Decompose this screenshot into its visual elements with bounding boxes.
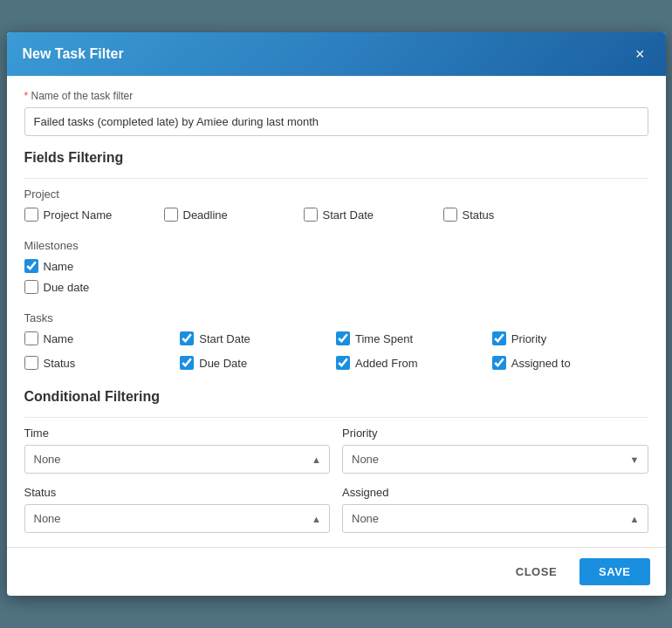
filter-name-input[interactable] xyxy=(24,107,648,136)
milestones-group: Milestones Name Due date xyxy=(24,239,648,299)
deadline-item: Deadline xyxy=(164,208,304,222)
close-button[interactable]: CLOSE xyxy=(502,558,571,585)
deadline-checkbox[interactable] xyxy=(164,208,178,222)
ms-due-label: Due date xyxy=(44,281,90,294)
start-date-item: Start Date xyxy=(304,208,443,222)
modal-title: New Task Filter xyxy=(23,46,124,62)
modal-dialog: New Task Filter × Name of the task filte… xyxy=(7,32,666,596)
status-item-proj: Status xyxy=(443,208,583,222)
status-select-wrapper: None ▲ xyxy=(24,504,331,533)
milestones-checkbox-row-2: Due date xyxy=(24,280,648,299)
t-timespent-checkbox[interactable] xyxy=(336,331,350,345)
t-addedfrom-label: Added From xyxy=(355,357,418,370)
ms-due-item: Due date xyxy=(24,280,164,294)
tasks-group-label: Tasks xyxy=(24,311,648,324)
tasks-group: Tasks Name Start Date Time Spent xyxy=(24,311,648,375)
time-label: Time xyxy=(24,427,331,440)
t-timespent-label: Time Spent xyxy=(355,332,413,345)
assigned-label: Assigned xyxy=(342,486,648,499)
project-name-label: Project Name xyxy=(44,208,113,222)
ms-name-item: Name xyxy=(24,259,164,273)
t-priority-label: Priority xyxy=(511,332,546,345)
t-name-item: Name xyxy=(24,331,181,345)
assigned-select-wrapper: None ▲ xyxy=(342,504,648,533)
priority-field: Priority None ▼ xyxy=(342,427,648,474)
t-name-checkbox[interactable] xyxy=(24,331,38,345)
time-select-wrapper: None ▲ xyxy=(24,445,331,474)
ms-name-label: Name xyxy=(44,260,74,273)
status-field: Status None ▲ xyxy=(24,486,331,533)
fields-divider xyxy=(24,178,648,179)
milestones-checkbox-row: Name xyxy=(24,259,648,278)
proj-status-label: Status xyxy=(463,208,495,222)
t-start-checkbox[interactable] xyxy=(180,331,194,345)
t-name-label: Name xyxy=(44,332,74,345)
t-assignedto-checkbox[interactable] xyxy=(492,356,506,370)
t-start-item: Start Date xyxy=(180,331,336,345)
project-group: Project Project Name Deadline Start Date xyxy=(24,188,648,227)
assigned-select[interactable]: None xyxy=(342,504,648,533)
time-field: Time None ▲ xyxy=(24,427,331,474)
t-status-label: Status xyxy=(44,357,76,370)
modal-header: New Task Filter × xyxy=(7,32,666,76)
conditional-filtering-section: Conditional Filtering Time None ▲ Pri xyxy=(24,389,648,533)
status-label: Status xyxy=(24,486,331,499)
filter-name-group: Name of the task filter xyxy=(24,90,648,136)
modal-footer: CLOSE SAVE xyxy=(7,547,666,596)
conditional-filtering-title: Conditional Filtering xyxy=(24,389,648,408)
tasks-checkbox-row: Name Start Date Time Spent Priority xyxy=(24,331,648,375)
t-status-checkbox[interactable] xyxy=(24,356,38,370)
t-due-item: Due Date xyxy=(180,356,336,370)
t-timespent-item: Time Spent xyxy=(336,331,492,345)
t-status-item: Status xyxy=(24,356,181,370)
project-name-checkbox[interactable] xyxy=(24,208,38,222)
t-addedfrom-checkbox[interactable] xyxy=(336,356,350,370)
t-assignedto-item: Assigned to xyxy=(492,356,648,370)
t-priority-item: Priority xyxy=(492,331,648,345)
save-button[interactable]: SAVE xyxy=(579,558,649,585)
ms-name-checkbox[interactable] xyxy=(24,259,38,273)
priority-select[interactable]: None xyxy=(342,445,648,474)
assigned-field: Assigned None ▲ xyxy=(342,486,648,533)
t-priority-checkbox[interactable] xyxy=(492,331,506,345)
time-select[interactable]: None xyxy=(24,445,331,474)
project-group-label: Project xyxy=(24,188,648,201)
project-checkbox-row: Project Name Deadline Start Date Status xyxy=(24,208,648,227)
ms-due-checkbox[interactable] xyxy=(24,280,38,294)
deadline-label: Deadline xyxy=(183,208,228,222)
project-name-item: Project Name xyxy=(24,208,164,222)
conditional-grid: Time None ▲ Priority None xyxy=(24,427,648,533)
t-due-checkbox[interactable] xyxy=(180,356,194,370)
t-addedfrom-item: Added From xyxy=(336,356,492,370)
modal-body: Name of the task filter Fields Filtering… xyxy=(7,76,666,547)
conditional-divider xyxy=(24,417,648,418)
modal-close-x-button[interactable]: × xyxy=(630,44,650,64)
priority-select-wrapper: None ▼ xyxy=(342,445,648,474)
start-date-label: Start Date xyxy=(323,208,374,222)
t-start-label: Start Date xyxy=(199,332,250,345)
t-assignedto-label: Assigned to xyxy=(511,357,571,370)
filter-name-label: Name of the task filter xyxy=(24,90,648,102)
fields-filtering-title: Fields Filtering xyxy=(24,150,648,169)
proj-status-checkbox[interactable] xyxy=(443,208,457,222)
modal-overlay: New Task Filter × Name of the task filte… xyxy=(0,0,672,628)
start-date-checkbox[interactable] xyxy=(304,208,318,222)
priority-label: Priority xyxy=(342,427,648,440)
milestones-group-label: Milestones xyxy=(24,239,648,252)
status-select[interactable]: None xyxy=(24,504,331,533)
t-due-label: Due Date xyxy=(199,357,247,370)
